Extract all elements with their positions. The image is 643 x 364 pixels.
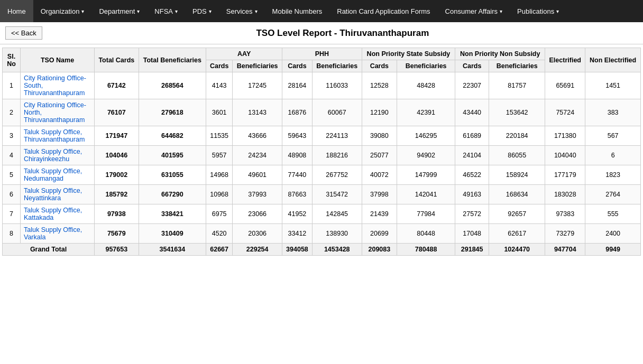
nav-mobile-numbers[interactable]: Mobile Numbers <box>265 0 330 22</box>
cell-npns-ben: 220184 <box>489 126 545 146</box>
table-row: 1 City Rationing Office-South, Thiruvana… <box>3 72 641 99</box>
cell-aay-ben: 37993 <box>233 185 282 204</box>
cell-total-cards: 75679 <box>95 224 139 244</box>
cell-npns-ben: 86055 <box>489 146 545 165</box>
cell-aay-cards: 14968 <box>206 165 233 185</box>
nav-pds[interactable]: PDS▾ <box>185 0 219 22</box>
cell-tso-name[interactable]: Taluk Supply Office, Chirayinkeezhu <box>21 146 95 165</box>
cell-npss-ben: 77984 <box>397 204 455 224</box>
col-header-aay: AAY <box>206 48 282 60</box>
cell-phh-ben: 267752 <box>312 165 362 185</box>
grand-total-phh-ben: 1453428 <box>312 244 362 256</box>
nav-services[interactable]: Services▾ <box>219 0 265 22</box>
cell-sl: 5 <box>3 165 21 185</box>
col-header-total-cards: Total Cards <box>95 48 139 72</box>
cell-npss-cards: 20699 <box>362 224 397 244</box>
cell-npss-cards: 39080 <box>362 126 397 146</box>
cell-tso-name[interactable]: Taluk Supply Office, Neyattinkara <box>21 185 95 204</box>
cell-aay-cards: 4143 <box>206 72 233 99</box>
cell-electrified: 183028 <box>545 185 585 204</box>
back-button[interactable]: << Back <box>5 26 42 40</box>
table-row: 2 City Rationing Office-North, Thiruvana… <box>3 99 641 126</box>
col-header-electrified: Electrified <box>545 48 585 72</box>
cell-npss-ben: 94902 <box>397 146 455 165</box>
cell-npss-ben: 146295 <box>397 126 455 146</box>
col-header-npss: Non Priority State Subsidy <box>362 48 455 60</box>
cell-non-electrified: 2764 <box>585 185 641 204</box>
nav-department[interactable]: Department▾ <box>91 0 147 22</box>
cell-total-ben: 644682 <box>139 126 206 146</box>
col-header-aay-cards: Cards <box>206 60 233 72</box>
navigation: Home Organization▾ Department▾ NFSA▾ PDS… <box>0 0 643 22</box>
cell-electrified: 65691 <box>545 72 585 99</box>
page-title: TSO Level Report - Thiruvananthapuram <box>48 28 638 39</box>
cell-total-cards: 76107 <box>95 99 139 126</box>
nav-organization[interactable]: Organization▾ <box>33 0 92 22</box>
cell-phh-cards: 41952 <box>282 204 313 224</box>
cell-npss-ben: 147999 <box>397 165 455 185</box>
cell-npns-cards: 24104 <box>455 146 489 165</box>
cell-npns-cards: 22307 <box>455 72 489 99</box>
cell-phh-ben: 60067 <box>312 99 362 126</box>
cell-npss-cards: 25077 <box>362 146 397 165</box>
cell-sl: 8 <box>3 224 21 244</box>
cell-aay-cards: 11535 <box>206 126 233 146</box>
cell-total-ben: 268564 <box>139 72 206 99</box>
nav-ration-card[interactable]: Ration Card Application Forms <box>329 0 437 22</box>
cell-npss-cards: 12190 <box>362 99 397 126</box>
cell-phh-ben: 224113 <box>312 126 362 146</box>
cell-non-electrified: 6 <box>585 146 641 165</box>
nav-consumer-affairs[interactable]: Consumer Affairs▾ <box>438 0 510 22</box>
grand-total-non-electrified: 9949 <box>585 244 641 256</box>
cell-npss-cards: 12528 <box>362 72 397 99</box>
cell-aay-ben: 43666 <box>233 126 282 146</box>
col-header-aay-beneficiaries: Beneficiaries <box>233 60 282 72</box>
cell-electrified: 97383 <box>545 204 585 224</box>
cell-non-electrified: 555 <box>585 204 641 224</box>
table-row: 7 Taluk Supply Office, Kattakada 97938 3… <box>3 204 641 224</box>
cell-non-electrified: 2400 <box>585 224 641 244</box>
cell-tso-name[interactable]: City Rationing Office-South, Thiruvanant… <box>21 72 95 99</box>
cell-total-ben: 667290 <box>139 185 206 204</box>
cell-total-ben: 631055 <box>139 165 206 185</box>
cell-aay-ben: 49601 <box>233 165 282 185</box>
col-header-phh: PHH <box>282 48 362 60</box>
cell-total-cards: 67142 <box>95 72 139 99</box>
cell-npns-cards: 46522 <box>455 165 489 185</box>
page-header: << Back TSO Level Report - Thiruvanantha… <box>0 22 643 44</box>
cell-npns-ben: 158924 <box>489 165 545 185</box>
nav-home[interactable]: Home <box>0 0 33 22</box>
cell-tso-name[interactable]: Taluk Supply Office, Nedumangad <box>21 165 95 185</box>
cell-total-cards: 171947 <box>95 126 139 146</box>
table-row: 8 Taluk Supply Office, Varkala 75679 310… <box>3 224 641 244</box>
cell-npss-ben: 42391 <box>397 99 455 126</box>
col-header-phh-cards: Cards <box>282 60 313 72</box>
cell-aay-ben: 20306 <box>233 224 282 244</box>
cell-tso-name[interactable]: City Rationing Office-North, Thiruvanant… <box>21 99 95 126</box>
col-header-npns-beneficiaries: Beneficiaries <box>489 60 545 72</box>
grand-total-label: Grand Total <box>3 244 95 256</box>
col-header-npss-beneficiaries: Beneficiaries <box>397 60 455 72</box>
table-row: 5 Taluk Supply Office, Nedumangad 179002… <box>3 165 641 185</box>
cell-npns-cards: 27572 <box>455 204 489 224</box>
cell-aay-cards: 6975 <box>206 204 233 224</box>
cell-npns-ben: 62617 <box>489 224 545 244</box>
cell-total-cards: 179002 <box>95 165 139 185</box>
cell-tso-name[interactable]: Taluk Supply Office, Varkala <box>21 224 95 244</box>
table-row: 6 Taluk Supply Office, Neyattinkara 1857… <box>3 185 641 204</box>
cell-phh-cards: 77440 <box>282 165 313 185</box>
nav-nfsa[interactable]: NFSA▾ <box>147 0 185 22</box>
col-header-phh-beneficiaries: Beneficiaries <box>312 60 362 72</box>
cell-total-cards: 104046 <box>95 146 139 165</box>
cell-electrified: 75724 <box>545 99 585 126</box>
cell-npns-ben: 81757 <box>489 72 545 99</box>
table-row: 4 Taluk Supply Office, Chirayinkeezhu 10… <box>3 146 641 165</box>
cell-npss-cards: 37998 <box>362 185 397 204</box>
cell-electrified: 104040 <box>545 146 585 165</box>
cell-tso-name[interactable]: Taluk Supply Office, Thiruvananthapuram <box>21 126 95 146</box>
cell-total-cards: 185792 <box>95 185 139 204</box>
nav-publications[interactable]: Publications▾ <box>510 0 566 22</box>
grand-total-aay-cards: 62667 <box>206 244 233 256</box>
cell-tso-name[interactable]: Taluk Supply Office, Kattakada <box>21 204 95 224</box>
cell-aay-ben: 13143 <box>233 99 282 126</box>
